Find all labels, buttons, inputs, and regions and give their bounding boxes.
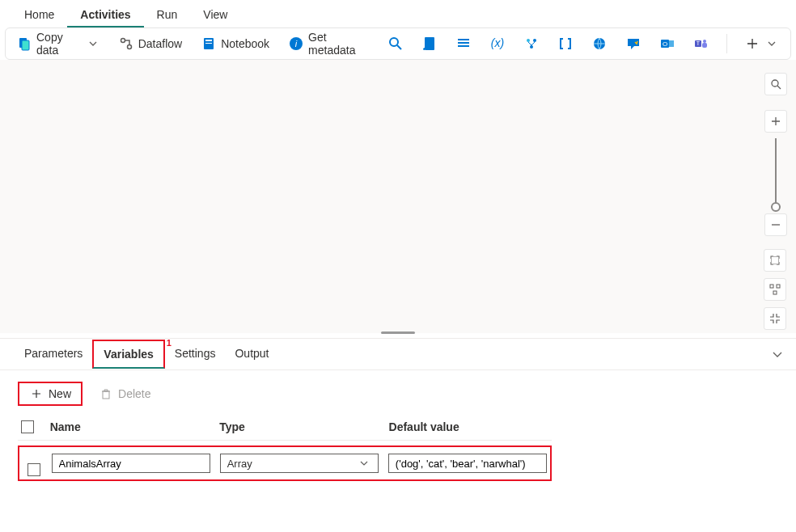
teams-icon-button[interactable]: T — [689, 33, 713, 54]
svg-rect-5 — [205, 40, 212, 41]
svg-point-3 — [127, 45, 131, 49]
tab-parameters[interactable]: Parameters — [15, 340, 92, 368]
svg-point-25 — [703, 40, 706, 43]
web-activity-icon-button[interactable] — [553, 33, 578, 54]
svg-rect-14 — [458, 45, 469, 47]
add-activity-button[interactable] — [740, 33, 784, 54]
canvas-view-buttons — [764, 249, 788, 330]
notebook-button[interactable]: Notebook — [197, 33, 274, 54]
delete-variable-button[interactable]: Delete — [99, 386, 150, 401]
tab-activities[interactable]: Activities — [67, 2, 143, 27]
chevron-down-icon — [357, 456, 371, 471]
zoom-out-button[interactable] — [764, 213, 787, 236]
trash-icon — [99, 386, 113, 401]
svg-line-10 — [397, 45, 401, 49]
chevron-down-icon — [87, 36, 100, 51]
svg-rect-22 — [669, 40, 674, 47]
header-default: Default value — [389, 420, 548, 433]
tab-home[interactable]: Home — [11, 2, 67, 27]
outlook-icon: O — [660, 36, 675, 51]
chevron-down-icon — [764, 36, 779, 51]
panel-resize-handle[interactable] — [381, 331, 415, 334]
new-label: New — [49, 387, 71, 400]
delete-label: Delete — [118, 387, 150, 400]
svg-rect-33 — [773, 264, 777, 266]
svg-line-28 — [777, 86, 781, 89]
dataflow-button[interactable]: Dataflow — [114, 33, 187, 54]
top-nav-tabs: Home Activities Run View — [0, 0, 796, 27]
copy-data-button[interactable]: Copy data — [12, 27, 104, 60]
svg-text:(x): (x) — [491, 36, 504, 49]
svg-rect-37 — [103, 391, 109, 399]
zoom-panel — [764, 73, 788, 236]
notebook-icon — [201, 36, 216, 51]
tab-output[interactable]: Output — [225, 340, 278, 368]
zoom-in-button[interactable] — [764, 110, 787, 133]
header-name: Name — [50, 420, 210, 433]
tab-view[interactable]: View — [190, 2, 240, 27]
svg-point-9 — [390, 38, 398, 46]
variables-badge: 1 — [167, 338, 171, 348]
variable-default-input[interactable] — [388, 454, 547, 473]
variable-type-value: Array — [227, 458, 252, 470]
svg-rect-12 — [458, 39, 469, 40]
zoom-search-button[interactable] — [764, 73, 787, 95]
row-checkbox[interactable] — [28, 463, 40, 476]
collapse-fullscreen-button[interactable] — [764, 307, 786, 330]
flow-icon — [524, 36, 539, 51]
svg-rect-31 — [779, 259, 781, 262]
script-icon-button[interactable] — [417, 33, 442, 54]
header-type: Type — [219, 420, 379, 433]
variables-toolbar: New Delete — [0, 370, 796, 414]
globe-icon — [592, 36, 607, 51]
svg-rect-6 — [205, 43, 212, 44]
svg-rect-34 — [770, 285, 773, 288]
pipeline-canvas[interactable] — [0, 60, 796, 333]
webhook-icon-button[interactable] — [587, 33, 612, 54]
tab-variables[interactable]: Variables 1 — [92, 340, 165, 369]
databricks-icon-button[interactable] — [621, 33, 646, 54]
select-all-checkbox[interactable] — [21, 420, 34, 433]
tab-run[interactable]: Run — [144, 2, 191, 27]
svg-text:O: O — [663, 40, 667, 48]
chat-icon — [626, 36, 641, 51]
svg-rect-26 — [702, 43, 707, 48]
fit-to-screen-button[interactable] — [764, 249, 786, 272]
plus-icon — [745, 36, 760, 51]
svg-point-2 — [121, 39, 125, 43]
dataflow-label: Dataflow — [138, 37, 182, 50]
new-variable-button[interactable]: New — [18, 382, 83, 406]
variable-icon-button[interactable]: (x) — [485, 33, 510, 54]
svg-text:T: T — [696, 40, 701, 46]
tab-variables-label: Variables — [104, 348, 154, 361]
tab-settings[interactable]: Settings — [165, 340, 226, 368]
azure-function-icon-button[interactable] — [519, 33, 544, 54]
svg-rect-13 — [458, 42, 469, 44]
auto-align-button[interactable] — [764, 278, 786, 301]
get-metadata-button[interactable]: i Get metadata — [284, 27, 374, 60]
collapse-panel-button[interactable] — [772, 348, 783, 362]
outlook-icon-button[interactable]: O — [655, 33, 680, 54]
svg-rect-32 — [773, 255, 777, 256]
svg-rect-36 — [773, 291, 777, 294]
variable-icon: (x) — [490, 36, 505, 51]
activities-toolbar: Copy data Dataflow Notebook i Get metada… — [5, 27, 791, 60]
variable-type-select[interactable]: Array — [220, 454, 379, 473]
copy-data-label: Copy data — [36, 31, 82, 57]
bottom-panel-tabs: Parameters Variables 1 Settings Output — [0, 338, 796, 370]
notebook-label: Notebook — [221, 37, 269, 50]
zoom-slider-thumb[interactable] — [771, 202, 781, 212]
copy-data-icon — [17, 36, 32, 51]
table-row: Array — [18, 445, 552, 481]
get-metadata-label: Get metadata — [308, 31, 369, 57]
magnifier-icon — [388, 36, 403, 51]
svg-point-16 — [527, 39, 530, 42]
lookup-icon-button[interactable] — [383, 33, 408, 54]
svg-point-17 — [533, 39, 536, 42]
plus-icon — [29, 386, 44, 401]
variable-name-input[interactable] — [52, 454, 210, 473]
stored-procedure-icon-button[interactable] — [451, 33, 476, 54]
svg-rect-29 — [771, 256, 779, 264]
toolbar-separator — [726, 34, 727, 53]
zoom-slider[interactable] — [775, 138, 777, 208]
